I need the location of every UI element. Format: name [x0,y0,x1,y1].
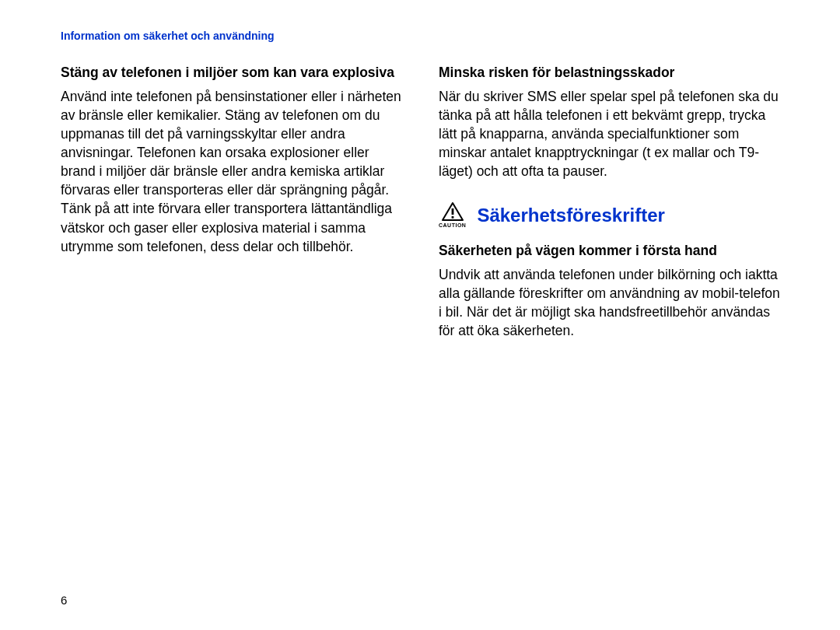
two-column-layout: Stäng av telefonen i miljöer som kan var… [61,64,786,355]
right-column: Minska risken för belastningsskador När … [439,64,786,355]
paragraph-strain: När du skriver SMS eller spelar spel på … [439,87,786,181]
left-column: Stäng av telefonen i miljöer som kan var… [61,64,408,355]
svg-rect-2 [451,216,453,219]
subheading-road-safety: Säkerheten på vägen kommer i första hand [439,242,786,261]
running-header: Information om säkerhet och användning [61,30,786,42]
paragraph-road-safety: Undvik att använda telefonen under bilkö… [439,265,786,341]
caution-label: CAUTION [439,222,466,228]
page-number: 6 [61,593,67,607]
manual-page: Information om säkerhet och användning S… [0,0,840,630]
paragraph-explosive-env: Använd inte telefonen på bensinstationer… [61,87,408,256]
subheading-explosive-env: Stäng av telefonen i miljöer som kan var… [61,64,408,82]
subheading-strain: Minska risken för belastningsskador [439,64,786,82]
section-heading-safety: CAUTION Säkerhetsföreskrifter [439,202,786,228]
caution-icon: CAUTION [439,202,466,228]
section-title-safety: Säkerhetsföreskrifter [477,205,664,226]
svg-rect-1 [451,208,453,215]
